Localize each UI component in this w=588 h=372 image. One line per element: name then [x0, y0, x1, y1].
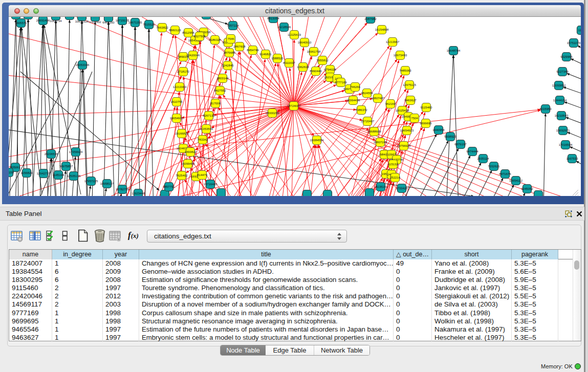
svg-text:11923448: 11923448 — [132, 192, 145, 195]
svg-text:1362615: 1362615 — [297, 65, 309, 69]
svg-text:8471676: 8471676 — [499, 172, 511, 176]
svg-text:8186328: 8186328 — [209, 38, 221, 41]
svg-text:939159: 939159 — [9, 171, 14, 174]
svg-text:15716485: 15716485 — [204, 183, 217, 186]
svg-text:7386372: 7386372 — [355, 108, 367, 112]
svg-text:3875685: 3875685 — [223, 51, 235, 54]
svg-text:6879197: 6879197 — [454, 143, 467, 146]
svg-text:10653326: 10653326 — [75, 20, 89, 23]
svg-text:962160: 962160 — [385, 102, 396, 105]
svg-text:16154808: 16154808 — [375, 28, 389, 31]
svg-text:2935114: 2935114 — [477, 157, 490, 160]
svg-text:1327602: 1327602 — [89, 20, 101, 24]
svg-text:16099489: 16099489 — [181, 162, 195, 165]
svg-text:8454749: 8454749 — [247, 49, 259, 52]
svg-text:20364436: 20364436 — [346, 99, 360, 102]
svg-text:17957225: 17957225 — [84, 180, 98, 183]
svg-text:8660123: 8660123 — [169, 29, 181, 32]
svg-text:7663822: 7663822 — [156, 26, 168, 29]
svg-text:817006: 817006 — [210, 102, 221, 105]
svg-text:11353594: 11353594 — [200, 127, 213, 130]
svg-text:746266: 746266 — [350, 85, 361, 89]
svg-text:12505135: 12505135 — [67, 174, 81, 178]
svg-text:814479: 814479 — [197, 173, 208, 177]
svg-text:16782759: 16782759 — [116, 188, 129, 191]
svg-text:1405571: 1405571 — [15, 21, 27, 25]
svg-text:8322037: 8322037 — [283, 61, 295, 64]
svg-text:9227349: 9227349 — [556, 70, 569, 73]
svg-text:15751074: 15751074 — [567, 41, 581, 45]
svg-text:1063734: 1063734 — [50, 19, 62, 23]
svg-text:9857791: 9857791 — [163, 185, 175, 188]
svg-text:9329966: 9329966 — [560, 55, 573, 58]
svg-text:19756928: 19756928 — [397, 144, 411, 147]
svg-text:11325419: 11325419 — [288, 33, 301, 36]
svg-text:9699695: 9699695 — [420, 122, 432, 125]
svg-text:3824554: 3824554 — [361, 92, 373, 95]
svg-text:12213967: 12213967 — [386, 40, 400, 43]
svg-text:1167533: 1167533 — [567, 157, 579, 160]
svg-text:1733426: 1733426 — [396, 187, 408, 190]
svg-text:12942737: 12942737 — [37, 172, 51, 175]
svg-text:19166825: 19166825 — [175, 132, 189, 135]
svg-text:2718170: 2718170 — [177, 70, 189, 73]
svg-text:7485063: 7485063 — [399, 69, 411, 72]
svg-text:12213363: 12213363 — [173, 85, 187, 89]
svg-text:18724007: 18724007 — [287, 104, 301, 107]
svg-text:10654112: 10654112 — [509, 179, 523, 182]
svg-text:8990443: 8990443 — [310, 70, 322, 73]
svg-text:22420046: 22420046 — [186, 54, 200, 57]
svg-text:9463627: 9463627 — [404, 99, 417, 102]
svg-text:5938923: 5938923 — [444, 135, 456, 138]
svg-text:115132: 115132 — [388, 163, 398, 166]
svg-text:20691406: 20691406 — [36, 19, 50, 22]
svg-text:15720407: 15720407 — [361, 120, 375, 123]
svg-text:10025438: 10025438 — [396, 109, 409, 112]
svg-text:2087682: 2087682 — [364, 17, 377, 20]
svg-text:14136141: 14136141 — [374, 185, 388, 188]
svg-text:9245052: 9245052 — [521, 187, 533, 190]
svg-text:20206536: 20206536 — [45, 152, 58, 156]
svg-text:2867608: 2867608 — [233, 45, 246, 48]
svg-text:20053346: 20053346 — [76, 63, 90, 67]
svg-text:7515526: 7515526 — [143, 23, 155, 26]
svg-text:9474444: 9474444 — [466, 150, 478, 153]
svg-text:1493822: 1493822 — [184, 150, 197, 154]
svg-text:7032621: 7032621 — [488, 165, 500, 168]
svg-text:1640954: 1640954 — [432, 128, 445, 132]
svg-text:1156829: 1156829 — [21, 171, 33, 174]
svg-text:10973493: 10973493 — [394, 54, 407, 57]
svg-text:8427552: 8427552 — [214, 89, 226, 92]
svg-text:16648784: 16648784 — [447, 49, 461, 52]
svg-text:17016504: 17016504 — [559, 143, 573, 146]
svg-text:6466160: 6466160 — [102, 21, 115, 24]
svg-text:9777169: 9777169 — [335, 81, 347, 84]
svg-text:9115460: 9115460 — [421, 106, 433, 109]
svg-text:17359924: 17359924 — [69, 150, 83, 154]
svg-text:18807249: 18807249 — [374, 141, 387, 144]
svg-text:7357224: 7357224 — [227, 24, 239, 27]
svg-text:2803144: 2803144 — [216, 77, 229, 80]
svg-text:8912954: 8912954 — [182, 31, 194, 34]
svg-text:783342: 783342 — [198, 138, 208, 141]
svg-text:7546: 7546 — [227, 37, 234, 40]
svg-text:1145194: 1145194 — [53, 173, 65, 177]
svg-text:9146821: 9146821 — [259, 53, 272, 56]
svg-text:8813054: 8813054 — [267, 17, 279, 20]
svg-text:16210643: 16210643 — [555, 114, 569, 117]
svg-text:1588520: 1588520 — [271, 57, 284, 60]
svg-text:1112: 1112 — [578, 29, 581, 32]
svg-text:10671355: 10671355 — [128, 21, 142, 24]
svg-text:30975857: 30975857 — [59, 165, 73, 168]
svg-text:8215953: 8215953 — [539, 107, 552, 111]
svg-text:12444154: 12444154 — [553, 99, 567, 102]
svg-text:19654923: 19654923 — [400, 129, 414, 132]
svg-text:6794028: 6794028 — [324, 68, 336, 71]
svg-text:16640910: 16640910 — [298, 41, 312, 44]
svg-text:19654933: 19654933 — [170, 117, 184, 120]
svg-text:12093852: 12093852 — [552, 84, 566, 87]
svg-text:19218506: 19218506 — [277, 26, 291, 29]
svg-text:12975115: 12975115 — [403, 83, 417, 86]
svg-text:7504: 7504 — [411, 117, 418, 120]
svg-text:252214: 252214 — [390, 176, 401, 179]
